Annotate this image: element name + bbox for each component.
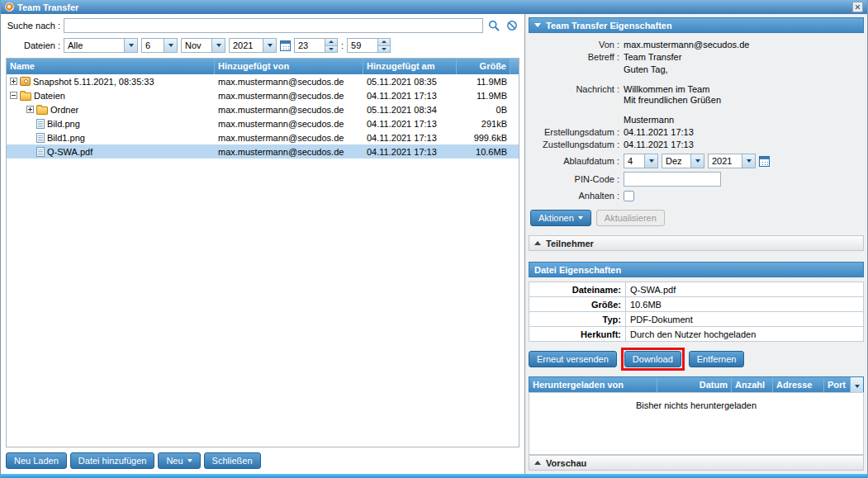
dropdown-arrow-icon: [644, 154, 657, 168]
column-header-added-by[interactable]: Hinzugefügt von: [215, 59, 363, 74]
teilnehmer-section-header[interactable]: Teilnehmer: [529, 235, 864, 251]
column-header-name[interactable]: Name: [7, 59, 215, 74]
spin-up-icon[interactable]: [325, 39, 337, 46]
pin-code-input[interactable]: [624, 172, 721, 187]
search-label: Suche nach :: [6, 21, 60, 31]
pin-code-label: PIN-Code :: [530, 174, 624, 185]
row-name: Bild.png: [47, 119, 80, 129]
search-icon[interactable]: [486, 19, 501, 32]
folder-icon: [20, 92, 31, 101]
table-row[interactable]: Snapshot 5.11.2021, 08:35:33 max.musterm…: [7, 74, 519, 88]
prop-label: Dateiname:: [529, 282, 626, 297]
erstellungsdatum-value: 04.11.2021 17:13: [624, 127, 694, 138]
table-row[interactable]: Ordner max.mustermann@secudos.de 05.11.2…: [7, 102, 519, 116]
properties-header-label: Team Transfer Eigenschaften: [546, 21, 672, 31]
close-button[interactable]: Schließen: [204, 452, 261, 469]
minute-spinner[interactable]: 59: [347, 38, 391, 53]
row-size: 11.9MB: [457, 74, 510, 88]
collapse-icon[interactable]: [10, 92, 17, 99]
annotation-highlight-box: Download: [621, 348, 685, 371]
betreff-value: Team Transfer: [624, 52, 681, 63]
ablauf-year-select[interactable]: 2021: [708, 154, 756, 168]
column-header-size[interactable]: Größe: [457, 59, 510, 74]
file-properties-header: Datei Eigenschaften: [529, 262, 864, 277]
row-size: 999.6kB: [457, 130, 510, 144]
table-row: Größe: 10.6MB: [529, 297, 864, 312]
properties-section-header[interactable]: Team Transfer Eigenschaften: [529, 17, 864, 33]
window-content: Suche nach : Dateien :: [1, 14, 867, 474]
vorschau-section-header[interactable]: Vorschau: [529, 455, 864, 471]
prop-label: Typ:: [529, 312, 626, 327]
filter-year-select[interactable]: 2021: [229, 38, 277, 53]
file-grid: Name Hinzugefügt von Hinzugefügt am Größ…: [6, 58, 519, 447]
nachricht-value: Guten Tag, Willkommen im Team Mit freund…: [624, 64, 721, 125]
aktionen-button[interactable]: Aktionen: [530, 210, 591, 226]
resend-button[interactable]: Erneut versenden: [529, 351, 617, 367]
left-button-bar: Neu Laden Datei hinzufügen Neu Schließen: [6, 452, 519, 469]
filter-type-select[interactable]: Alle: [64, 38, 138, 53]
expand-icon[interactable]: [26, 106, 34, 113]
table-row: Typ: PDF-Dokument: [529, 312, 864, 327]
ablauf-month-select[interactable]: Dez: [662, 154, 704, 168]
row-name: Bild1.png: [47, 133, 85, 143]
column-header-downloaded-by[interactable]: Heruntergeladen von: [529, 377, 657, 392]
close-icon[interactable]: [852, 2, 863, 12]
spin-up-icon[interactable]: [378, 39, 390, 46]
column-menu-icon[interactable]: [851, 377, 863, 392]
hour-spinner[interactable]: 23: [294, 38, 338, 53]
left-panel: Suche nach : Dateien :: [1, 14, 524, 474]
row-added-at: 04.11.2021 17:13: [363, 116, 457, 130]
spin-down-icon[interactable]: [325, 46, 337, 53]
row-size: 11.9MB: [457, 88, 510, 102]
spin-down-icon[interactable]: [378, 46, 390, 53]
dropdown-arrow-icon: [164, 39, 177, 52]
ablauf-day-select[interactable]: 4: [624, 154, 658, 168]
anhalten-checkbox[interactable]: [624, 191, 634, 201]
search-input[interactable]: [64, 18, 483, 33]
column-header-anzahl[interactable]: Anzahl: [732, 377, 773, 392]
row-name: Ordner: [50, 105, 78, 115]
aktualisieren-button[interactable]: Aktualisieren: [596, 210, 665, 226]
row-size: 291kB: [457, 116, 510, 130]
column-header-port[interactable]: Port: [824, 377, 851, 392]
file-icon: [36, 133, 45, 143]
new-button[interactable]: Neu: [158, 452, 200, 469]
vorschau-header-label: Vorschau: [546, 458, 586, 468]
chevron-down-icon: [534, 23, 541, 27]
file-grid-header: Name Hinzugefügt von Hinzugefügt am Größ…: [7, 59, 519, 74]
reload-button[interactable]: Neu Laden: [6, 452, 67, 469]
row-added-by: max.mustermann@secudos.de: [215, 144, 363, 159]
von-label: Von :: [530, 40, 624, 50]
row-added-at: 04.11.2021 17:13: [363, 144, 457, 159]
dropdown-arrow-icon: [124, 39, 137, 52]
add-file-button[interactable]: Datei hinzufügen: [70, 452, 155, 469]
filter-row: Dateien : Alle 6 Nov 2021: [6, 38, 519, 53]
betreff-label: Betreff :: [530, 52, 624, 63]
table-row[interactable]: Bild.png max.mustermann@secudos.de 04.11…: [7, 116, 519, 130]
calendar-icon[interactable]: [280, 40, 291, 51]
right-panel: Team Transfer Eigenschaften Von : max.mu…: [524, 14, 867, 474]
expand-icon[interactable]: [10, 78, 17, 85]
row-size: 0B: [457, 102, 510, 116]
table-row[interactable]: Bild1.png max.mustermann@secudos.de 04.1…: [7, 130, 519, 144]
dropdown-arrow-icon: [263, 39, 276, 52]
filter-day-select[interactable]: 6: [141, 38, 178, 53]
filter-month-select[interactable]: Nov: [181, 38, 225, 53]
row-added-at: 05.11.2021 08:34: [363, 102, 457, 116]
prop-label: Herkunft:: [529, 327, 626, 342]
download-button[interactable]: Download: [624, 351, 681, 367]
table-row[interactable]: Dateien max.mustermann@secudos.de 04.11.…: [7, 88, 519, 102]
row-added-at: 04.11.2021 17:13: [363, 130, 457, 144]
column-header-datum[interactable]: Datum: [657, 377, 732, 392]
download-table-body: Bisher nichts heruntergeladen: [529, 392, 864, 455]
table-row-selected[interactable]: Q-SWA.pdf max.mustermann@secudos.de 04.1…: [7, 144, 519, 159]
grid-scrollbar[interactable]: [510, 59, 519, 74]
ablaufdatum-label: Ablaufdatum :: [530, 156, 624, 167]
chevron-up-icon: [534, 241, 541, 245]
clear-search-icon[interactable]: [505, 19, 519, 32]
column-header-adresse[interactable]: Adresse: [773, 377, 824, 392]
column-header-added-at[interactable]: Hinzugefügt am: [363, 59, 457, 74]
calendar-icon[interactable]: [759, 156, 770, 167]
remove-button[interactable]: Entfernen: [689, 351, 745, 367]
file-properties-table: Dateiname: Q-SWA.pdf Größe: 10.6MB Typ: …: [529, 282, 864, 342]
